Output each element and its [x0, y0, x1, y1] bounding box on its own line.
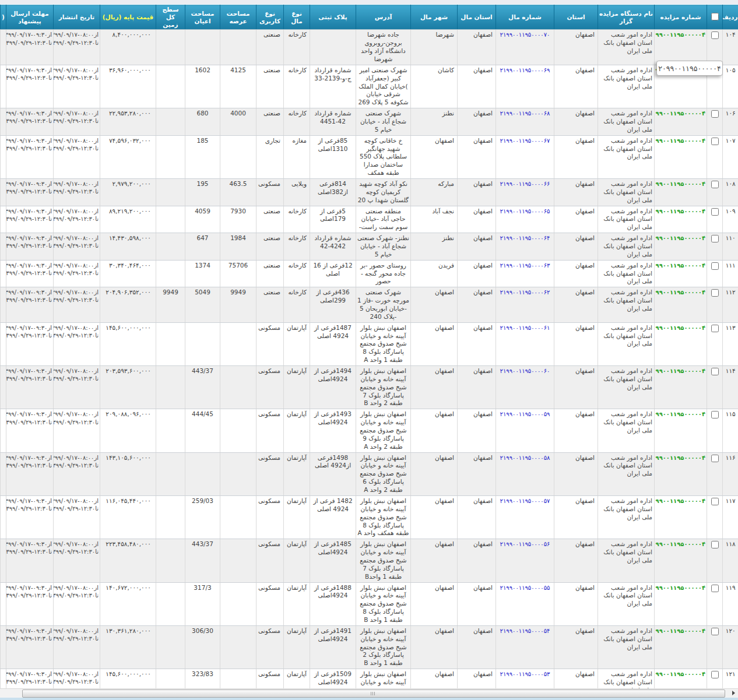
- scrollbar-thumb[interactable]: [22, 690, 725, 698]
- property-number-link-value[interactable]: ۲۱۹۹۰۰۱۱۹۵۰۰۰۰۵۵: [500, 584, 550, 592]
- property-number-link-value[interactable]: ۲۱۹۹۰۰۱۱۹۵۰۰۰۰۶۱: [500, 324, 550, 332]
- horizontal-scrollbar[interactable]: [0, 688, 738, 698]
- auction-number[interactable]: ۲۰۹۹۰۰۱۱۹۵۰۰۰۰۰۴: [655, 206, 707, 233]
- row-checkbox[interactable]: [711, 289, 719, 297]
- property-number-link-value[interactable]: ۲۱۹۹۰۰۱۱۹۵۰۰۰۰۵۷: [500, 497, 550, 505]
- property-number-link-value[interactable]: ۲۱۹۹۰۰۱۱۹۵۰۰۰۰۶۰: [500, 367, 550, 375]
- auction-number-value[interactable]: ۲۰۹۹۰۰۱۱۹۵۰۰۰۰۰۴: [655, 180, 706, 188]
- property-number-link-value[interactable]: ۲۱۹۹۰۰۱۱۹۵۰۰۰۰۶۵: [500, 207, 550, 215]
- auction-number[interactable]: ۲۰۹۹۰۰۱۱۹۵۰۰۰۰۰۴: [655, 452, 707, 495]
- auction-number-value[interactable]: ۲۰۹۹۰۰۱۱۹۵۰۰۰۰۰۴: [655, 262, 706, 269]
- auction-number-value[interactable]: ۲۰۹۹۰۰۱۱۹۵۰۰۰۰۰۴: [655, 454, 706, 462]
- auction-number[interactable]: ۲۰۹۹۰۰۱۱۹۵۰۰۰۰۰۴: [655, 260, 707, 287]
- property-number-link[interactable]: ۲۱۹۹۰۰۱۱۹۵۰۰۰۰۶۳: [496, 260, 554, 287]
- auction-number[interactable]: ۲۰۹۹۰۰۱۱۹۵۰۰۰۰۰۴: [655, 322, 707, 365]
- property-number-link[interactable]: ۲۱۹۹۰۰۱۱۹۵۰۰۰۰۶۶: [496, 178, 554, 206]
- row-checkbox[interactable]: [711, 110, 719, 118]
- row-checkbox[interactable]: [711, 455, 719, 462]
- row-checkbox[interactable]: [711, 138, 719, 145]
- auction-number-value[interactable]: ۲۰۹۹۰۰۱۱۹۵۰۰۰۰۰۴: [655, 367, 706, 375]
- header-row-number[interactable]: ردیف: [723, 5, 738, 30]
- auction-number-value[interactable]: ۲۰۹۹۰۰۱۱۹۵۰۰۰۰۰۴: [655, 137, 706, 145]
- header-address[interactable]: آدرس: [356, 5, 411, 30]
- header-deadline[interactable]: مهلت ارسال پیشنهاد: [6, 5, 54, 30]
- auction-number[interactable]: ۲۰۹۹۰۰۱۱۹۵۰۰۰۰۰۴: [655, 135, 707, 178]
- property-number-link-value[interactable]: ۲۱۹۹۰۰۱۱۹۵۰۰۰۰۶۸: [500, 110, 550, 117]
- property-number-link[interactable]: ۲۱۹۹۰۰۱۱۹۵۰۰۰۰۶۹: [496, 65, 554, 108]
- property-number-link[interactable]: ۲۱۹۹۰۰۱۱۹۵۰۰۰۰۶۷: [496, 135, 554, 178]
- row-checkbox[interactable]: [711, 628, 719, 635]
- auction-number[interactable]: ۲۰۹۹۰۰۱۱۹۵۰۰۰۰۰۴: [655, 582, 707, 625]
- auction-number-value[interactable]: ۲۰۹۹۰۰۱۱۹۵۰۰۰۰۰۴: [655, 497, 706, 505]
- row-checkbox[interactable]: [711, 31, 719, 39]
- auction-number[interactable]: ۲۰۹۹۰۰۱۱۹۵۰۰۰۰۰۴: [655, 539, 707, 582]
- property-number-link[interactable]: ۲۱۹۹۰۰۱۱۹۵۰۰۰۰۵۶: [496, 539, 554, 582]
- property-number-link[interactable]: ۲۱۹۹۰۰۱۱۹۵۰۰۰۰۵۸: [496, 452, 554, 495]
- property-number-link-value[interactable]: ۲۱۹۹۰۰۱۱۹۵۰۰۰۰۵۹: [500, 410, 550, 418]
- row-checkbox[interactable]: [711, 411, 719, 418]
- header-building-area[interactable]: مساحت اعیان: [185, 5, 220, 30]
- property-number-link[interactable]: ۲۱۹۹۰۰۱۱۹۵۰۰۰۰۶۴: [496, 233, 554, 261]
- property-number-link[interactable]: ۲۱۹۹۰۰۱۱۹۵۰۰۰۰۵۵: [496, 582, 554, 625]
- property-number-link-value[interactable]: ۲۱۹۹۰۰۱۱۹۵۰۰۰۰۶۶: [500, 180, 550, 188]
- auction-number-value[interactable]: ۲۰۹۹۰۰۱۱۹۵۰۰۰۰۰۴: [655, 31, 706, 38]
- row-checkbox[interactable]: [711, 368, 719, 375]
- property-number-link[interactable]: ۲۱۹۹۰۰۱۱۹۵۰۰۰۰۷۰: [496, 30, 554, 65]
- header-usage-type[interactable]: نوع کاربری: [256, 5, 284, 30]
- row-checkbox[interactable]: [711, 325, 719, 332]
- property-number-link-value[interactable]: ۲۱۹۹۰۰۱۱۹۵۰۰۰۰۵۶: [500, 540, 550, 548]
- row-checkbox[interactable]: [711, 585, 719, 592]
- header-organization[interactable]: نام دستگاه مزایده گزار: [598, 5, 655, 30]
- property-number-link[interactable]: ۲۱۹۹۰۰۱۱۹۵۰۰۰۰۵۷: [496, 495, 554, 539]
- property-number-link-value[interactable]: ۲۱۹۹۰۰۱۱۹۵۰۰۰۰۵۸: [500, 454, 550, 462]
- header-base-price[interactable]: قیمت پایه (ریال): [100, 5, 156, 30]
- property-number-link[interactable]: ۲۱۹۹۰۰۱۱۹۵۰۰۰۰۶۲: [496, 287, 554, 322]
- property-number-link[interactable]: ۲۱۹۹۰۰۱۱۹۵۰۰۰۰۶۰: [496, 366, 554, 409]
- row-checkbox[interactable]: [711, 181, 719, 188]
- auction-number-value[interactable]: ۲۰۹۹۰۰۱۱۹۵۰۰۰۰۰۴: [655, 289, 706, 296]
- auction-number-value[interactable]: ۲۰۹۹۰۰۱۱۹۵۰۰۰۰۰۴: [655, 540, 706, 548]
- auction-number-value[interactable]: ۲۰۹۹۰۰۱۱۹۵۰۰۰۰۰۴: [655, 627, 706, 635]
- header-registration-plate[interactable]: پلاک ثبتی: [310, 5, 356, 30]
- row-checkbox[interactable]: [711, 541, 719, 548]
- header-publish-date[interactable]: تاریخ انتشار: [54, 5, 100, 30]
- header-province[interactable]: استان: [554, 5, 598, 30]
- auction-number[interactable]: ۲۰۹۹۰۰۱۱۹۵۰۰۰۰۰۴: [655, 108, 707, 136]
- auction-number[interactable]: ۲۰۹۹۰۰۱۱۹۵۰۰۰۰۰۴: [655, 30, 707, 65]
- row-checkbox[interactable]: [711, 262, 719, 270]
- auction-number[interactable]: ۲۰۹۹۰۰۱۱۹۵۰۰۰۰۰۴: [655, 287, 707, 322]
- auction-number-value[interactable]: ۲۰۹۹۰۰۱۱۹۵۰۰۰۰۰۴: [655, 234, 706, 242]
- auction-number-value[interactable]: ۲۰۹۹۰۰۱۱۹۵۰۰۰۰۰۴: [655, 207, 706, 215]
- row-checkbox[interactable]: [711, 235, 719, 242]
- auction-number-value[interactable]: ۲۰۹۹۰۰۱۱۹۵۰۰۰۰۰۴: [655, 410, 706, 418]
- auction-number[interactable]: ۲۰۹۹۰۰۱۱۹۵۰۰۰۰۰۴: [655, 409, 707, 452]
- property-number-link-value[interactable]: ۲۱۹۹۰۰۱۱۹۵۰۰۰۰۶۷: [500, 137, 550, 145]
- auction-number[interactable]: ۲۰۹۹۰۰۱۱۹۵۰۰۰۰۰۴: [655, 178, 707, 206]
- header-total-land-area[interactable]: سطح کل زمین: [156, 5, 185, 30]
- auction-number[interactable]: ۲۰۹۹۰۰۱۱۹۵۰۰۰۰۰۴: [655, 495, 707, 539]
- header-land-area[interactable]: مساحت عرصه: [220, 5, 256, 30]
- property-number-link[interactable]: ۲۱۹۹۰۰۱۱۹۵۰۰۰۰۶۱: [496, 322, 554, 365]
- scroll-right-arrow-icon[interactable]: [732, 691, 735, 695]
- property-number-link-value[interactable]: ۲۱۹۹۰۰۱۱۹۵۰۰۰۰۵۴: [500, 627, 550, 635]
- row-checkbox[interactable]: [711, 208, 719, 216]
- property-number-link[interactable]: ۲۱۹۹۰۰۱۱۹۵۰۰۰۰۵۹: [496, 409, 554, 452]
- property-number-link-value[interactable]: ۲۱۹۹۰۰۱۱۹۵۰۰۰۰۶۳: [500, 262, 550, 269]
- property-number-link[interactable]: ۲۱۹۹۰۰۱۱۹۵۰۰۰۰۵۴: [496, 625, 554, 669]
- auction-number-value[interactable]: ۲۰۹۹۰۰۱۱۹۵۰۰۰۰۰۴: [655, 324, 706, 332]
- header-property-city[interactable]: شهر مال: [411, 5, 458, 30]
- property-number-link[interactable]: ۲۱۹۹۰۰۱۱۹۵۰۰۰۰۶۸: [496, 108, 554, 136]
- row-checkbox[interactable]: [711, 498, 719, 505]
- header-property-province[interactable]: استان مال: [458, 5, 496, 30]
- property-number-link-value[interactable]: ۲۱۹۹۰۰۱۱۹۵۰۰۰۰۷۰: [500, 31, 550, 38]
- auction-number[interactable]: ۲۰۹۹۰۰۱۱۹۵۰۰۰۰۰۴: [655, 625, 707, 669]
- property-number-link-value[interactable]: ۲۱۹۹۰۰۱۱۹۵۰۰۰۰۶۴: [500, 234, 550, 242]
- header-property-number[interactable]: شماره مال: [496, 5, 554, 30]
- auction-number[interactable]: ۲۰۹۹۰۰۱۱۹۵۰۰۰۰۰۴: [655, 233, 707, 261]
- property-number-link[interactable]: ۲۱۹۹۰۰۱۱۹۵۰۰۰۰۶۵: [496, 206, 554, 233]
- header-property-type[interactable]: نوع مال: [284, 5, 310, 30]
- select-all-checkbox[interactable]: [711, 13, 719, 20]
- property-number-link-value[interactable]: ۲۱۹۹۰۰۱۱۹۵۰۰۰۰۵۳: [500, 670, 550, 678]
- auction-number-value[interactable]: ۲۰۹۹۰۰۱۱۹۵۰۰۰۰۰۴: [655, 110, 706, 117]
- auction-number-value[interactable]: ۲۰۹۹۰۰۱۱۹۵۰۰۰۰۰۴: [655, 670, 706, 678]
